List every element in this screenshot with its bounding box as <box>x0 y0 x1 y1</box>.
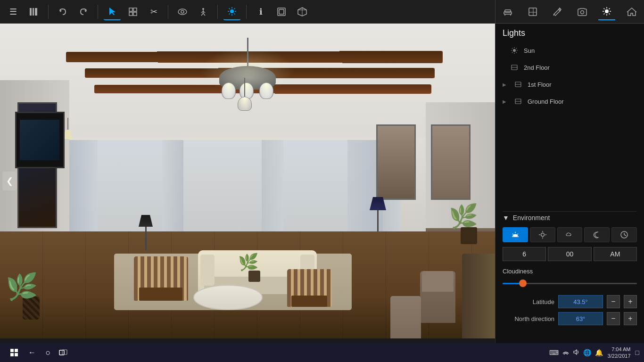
3d-viewport[interactable]: 🌿 🌿 🌿 <box>0 24 495 338</box>
svg-rect-1 <box>33 8 34 16</box>
right-panel-toolbar <box>495 0 644 24</box>
time-ampm-input[interactable]: AM <box>594 247 637 261</box>
chandelier-light-3 <box>259 82 273 99</box>
notifications-icon[interactable]: 🔔 <box>595 349 603 356</box>
walk-icon[interactable] <box>195 3 212 20</box>
environment-header[interactable]: ▼ Environment <box>503 214 637 222</box>
light-item-ground-floor[interactable]: ▶ Ground Floor <box>495 93 644 110</box>
svg-line-58 <box>516 48 517 49</box>
slider-thumb[interactable] <box>519 280 527 287</box>
window-pane-3 <box>283 140 347 231</box>
taskbar: ← ○ ⌨ 🌐 🔔 7:04 A <box>0 343 644 362</box>
slider-track <box>503 283 637 284</box>
1st-floor-light-label: 1st Floor <box>528 81 637 88</box>
1st-floor-light-icon <box>513 80 523 89</box>
time-minute-input[interactable]: 00 <box>548 247 591 261</box>
network-icon[interactable] <box>562 349 569 356</box>
room-toolbar-icon[interactable] <box>524 3 541 20</box>
light-item-2nd-floor[interactable]: 2nd Floor <box>495 59 644 76</box>
house-toolbar-icon[interactable] <box>623 3 640 20</box>
cortana-button[interactable]: ○ <box>41 345 56 360</box>
top-toolbar: ☰ ✂ <box>0 0 495 24</box>
svg-line-39 <box>553 14 554 16</box>
start-button[interactable] <box>5 343 24 362</box>
svg-point-12 <box>202 8 204 10</box>
time-preset-sunrise[interactable] <box>503 227 528 242</box>
north-direction-plus-btn[interactable]: + <box>624 312 637 325</box>
svg-rect-8 <box>129 12 132 16</box>
svg-line-46 <box>604 8 605 9</box>
time-preset-cloudy[interactable] <box>557 227 583 242</box>
env-collapse-icon: ▼ <box>503 214 509 222</box>
camera-toolbar-icon[interactable] <box>574 3 591 20</box>
fullscreen-icon[interactable] <box>273 3 290 20</box>
select-icon[interactable] <box>104 3 121 20</box>
ground-floor-chevron-icon: ▶ <box>503 99 506 104</box>
dining-chair-2 <box>390 296 421 338</box>
latitude-plus-btn[interactable]: + <box>624 295 637 308</box>
back-button[interactable]: ← <box>24 344 41 361</box>
svg-line-14 <box>201 13 203 16</box>
chandelier-rod <box>247 38 248 66</box>
volume-icon[interactable] <box>573 349 579 356</box>
furniture-toolbar-icon[interactable] <box>499 3 516 20</box>
tv-left-wall <box>15 112 65 168</box>
pencil-toolbar-icon[interactable] <box>549 3 566 20</box>
time-preset-clock[interactable] <box>611 227 637 242</box>
time-preset-sun[interactable] <box>530 227 555 242</box>
svg-point-70 <box>541 233 544 237</box>
1st-floor-chevron-icon: ▶ <box>503 82 506 87</box>
curtain-middle-2 <box>262 140 283 231</box>
latitude-value[interactable]: 43.5° <box>558 295 603 308</box>
time-presets <box>503 227 637 242</box>
taskbar-date-value: 3/22/2017 <box>608 353 631 359</box>
taskbar-system-tray: ⌨ 🌐 🔔 7:04 AM 3/22/2017 □ <box>549 346 639 360</box>
svg-point-10 <box>178 9 187 15</box>
menu-icon[interactable]: ☰ <box>5 3 22 20</box>
cloudiness-slider[interactable] <box>503 279 637 288</box>
scissors-icon[interactable]: ✂ <box>145 3 162 20</box>
sep5 <box>246 5 247 19</box>
task-view-button[interactable] <box>56 345 71 360</box>
plant-left-front: 🌿 <box>10 254 52 320</box>
wall-art-right-1 <box>376 124 416 200</box>
north-direction-row: North direction 63° − + <box>503 312 637 325</box>
svg-rect-7 <box>133 8 137 11</box>
library-icon[interactable] <box>25 3 42 20</box>
svg-point-41 <box>605 9 609 13</box>
eye-icon[interactable] <box>174 3 191 20</box>
light-item-sun[interactable]: Sun <box>495 42 644 59</box>
plant-center: 🌿 <box>243 254 266 282</box>
action-center-icon[interactable]: □ <box>636 349 639 356</box>
redo-icon[interactable] <box>75 3 92 20</box>
north-direction-minus-btn[interactable]: − <box>607 312 620 325</box>
right-panel: Lights Sun <box>495 24 644 362</box>
pendant-light <box>233 78 256 111</box>
nav-arrow-left[interactable]: ❮ <box>2 172 17 190</box>
light-item-1st-floor[interactable]: ▶ 1st Floor <box>495 76 644 93</box>
taskbar-clock[interactable]: 7:04 AM 3/22/2017 <box>608 346 631 360</box>
info-icon[interactable]: ℹ <box>252 3 269 20</box>
empty-space <box>495 110 644 204</box>
north-direction-value[interactable]: 63° <box>558 312 603 325</box>
sep2 <box>98 5 98 19</box>
sun-right-toolbar-icon[interactable] <box>598 3 615 20</box>
time-preset-moon[interactable] <box>584 227 610 242</box>
svg-point-11 <box>181 10 184 13</box>
group-icon[interactable] <box>124 3 141 20</box>
time-hour-input[interactable]: 6 <box>503 247 546 261</box>
language-icon[interactable]: 🌐 <box>583 349 591 356</box>
keyboard-icon[interactable]: ⌨ <box>549 349 559 356</box>
cube-3d-icon[interactable] <box>294 3 311 20</box>
latitude-minus-btn[interactable]: − <box>607 295 620 308</box>
svg-line-15 <box>203 13 205 16</box>
env-divider <box>503 211 637 212</box>
svg-line-56 <box>512 48 512 49</box>
svg-line-24 <box>234 13 235 14</box>
sun-toolbar-icon[interactable] <box>223 3 240 20</box>
undo-icon[interactable] <box>54 3 71 20</box>
svg-rect-2 <box>35 8 37 16</box>
svg-marker-50 <box>627 8 636 16</box>
scene-background: 🌿 🌿 🌿 <box>0 24 495 338</box>
dining-chair-1 <box>420 271 455 323</box>
